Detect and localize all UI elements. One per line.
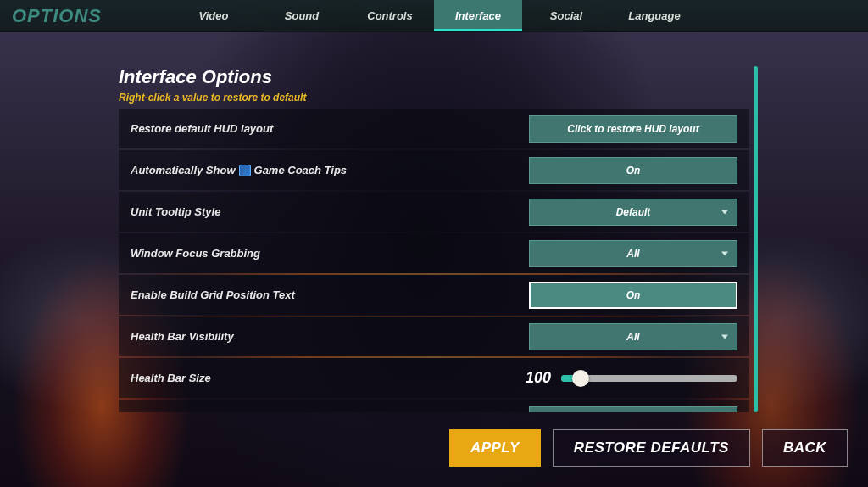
scrollbar[interactable] — [754, 66, 758, 412]
options-panel: Interface Options Right-click a value to… — [119, 66, 749, 412]
toggle-button[interactable]: On — [529, 157, 737, 184]
option-label: Health Bar Size — [131, 372, 507, 384]
option-label: Health Bar Visibility — [131, 330, 529, 343]
option-label: Restore default HUD layout — [131, 122, 529, 135]
options-rows: Restore default HUD layoutClick to resto… — [119, 109, 749, 412]
option-control: Click to restore HUD layout — [529, 115, 737, 143]
option-label: Unit Tooltip Style — [131, 205, 529, 218]
footer-buttons: APPLY RESTORE DEFAULTS BACK — [449, 429, 848, 467]
option-row: Enable Build Grid Position TextOn — [119, 275, 749, 315]
option-row: Health Bar Size100 — [119, 358, 749, 398]
slider-track[interactable] — [561, 375, 737, 382]
toggle-button[interactable]: On — [529, 282, 737, 309]
tab-interface[interactable]: Interface — [434, 0, 522, 31]
slider-wrap: 100 — [507, 369, 737, 387]
option-label: Automatically Show Game Coach Tips — [131, 164, 529, 176]
option-row: Window Focus GrabbingAll — [119, 233, 749, 273]
tab-language[interactable]: Language — [610, 0, 698, 31]
slider-value: 100 — [526, 369, 551, 387]
dropdown-value: All — [626, 331, 639, 343]
dropdown-value: Default — [616, 206, 651, 218]
option-row: Health Bar VisibilityAll — [119, 316, 749, 356]
panel-hint: Right-click a value to restore to defaul… — [119, 92, 749, 104]
option-control: On — [529, 282, 737, 309]
slider-thumb[interactable] — [572, 370, 589, 387]
options-title: OPTIONS — [0, 0, 170, 31]
tabs-container: VideoSoundControlsInterfaceSocialLanguag… — [170, 0, 698, 31]
option-row: Restore default HUD layoutClick to resto… — [119, 109, 749, 148]
tab-controls[interactable]: Controls — [346, 0, 434, 31]
dropdown[interactable]: Default — [529, 199, 737, 226]
dropdown-value: All — [626, 248, 639, 260]
option-row: Unit Tooltip StyleDefault — [119, 192, 749, 232]
top-bar: OPTIONS VideoSoundControlsInterfaceSocia… — [0, 0, 868, 32]
panel-title: Interface Options — [119, 66, 749, 88]
option-control: Default — [529, 199, 737, 226]
dropdown[interactable]: All — [529, 323, 737, 350]
dropdown[interactable]: All — [529, 240, 737, 267]
option-control: All — [529, 240, 737, 267]
option-control: On — [529, 157, 737, 184]
restore-defaults-button[interactable]: RESTORE DEFAULTS — [553, 429, 750, 467]
chevron-down-icon — [721, 334, 728, 339]
back-button[interactable]: BACK — [762, 429, 848, 467]
toggle-button[interactable]: On — [529, 406, 737, 413]
tab-video[interactable]: Video — [170, 0, 258, 31]
option-control: 100 — [507, 369, 737, 387]
option-label: Window Focus Grabbing — [131, 247, 529, 260]
tab-social[interactable]: Social — [522, 0, 610, 31]
tab-sound[interactable]: Sound — [258, 0, 346, 31]
chevron-down-icon — [721, 210, 728, 214]
option-control: On — [529, 406, 737, 413]
apply-button[interactable]: APPLY — [449, 429, 541, 467]
action-button[interactable]: Click to restore HUD layout — [529, 115, 737, 143]
option-row: Enable Health Bar SegmentsOn — [119, 400, 749, 412]
option-label: Enable Build Grid Position Text — [131, 288, 529, 301]
chevron-down-icon — [721, 251, 728, 255]
game-coach-icon — [239, 165, 251, 176]
option-row: Automatically Show Game Coach TipsOn — [119, 150, 749, 190]
option-control: All — [529, 323, 737, 350]
